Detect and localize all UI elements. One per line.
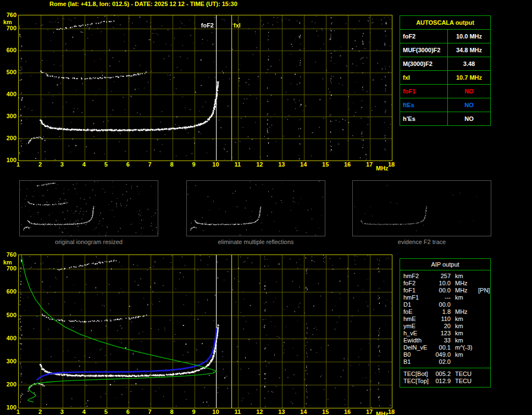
x-axis-tick-label: 12 [254, 408, 265, 415]
thumbnail-f2-trace-evidence [352, 180, 491, 236]
aip-row-label: foF1 [403, 287, 434, 294]
y-axis-tick-label: 600 [2, 288, 16, 295]
aip-row-label: D1 [403, 301, 434, 308]
aip-row-note [478, 316, 488, 323]
page-title: Rome (lat: +41.8, lon: 012.5) - DATE: 20… [49, 1, 237, 7]
autoscala-row-label: foF2 [400, 30, 447, 43]
aip-row-note [478, 323, 488, 330]
aip-row: hmE110km [403, 316, 488, 323]
aip-row-label: hmF1 [403, 294, 434, 301]
aip-row-note [478, 308, 488, 316]
y-axis-unit-label: km [3, 259, 12, 265]
aip-row-val: 00.1 [434, 344, 455, 351]
x-axis-tick-label: 5 [101, 408, 112, 415]
y-axis-tick-label: 760 [2, 12, 16, 18]
aip-tec-row-note [478, 370, 488, 378]
autoscala-row-value: 34.8 MHz [448, 43, 490, 57]
aip-row-note [478, 351, 488, 358]
fxI-marker-label: fxI [234, 22, 241, 29]
aip-row: foF100.0MHz[PN] [403, 287, 488, 294]
x-axis-tick-label: 11 [232, 161, 243, 168]
aip-row-note [478, 330, 488, 337]
x-axis-tick-label: 6 [123, 408, 134, 415]
aip-row-val: --- [434, 294, 455, 301]
thumbnail-caption-2: eliminate multiple reflections [186, 239, 325, 245]
autoscala-row-label: M(3000)F2 [400, 57, 447, 70]
aip-row: hmF2257km [403, 273, 488, 280]
aip-row-label: hmF2 [403, 273, 434, 280]
x-axis-tick-label: 14 [298, 408, 309, 415]
aip-row-label: ymE [403, 323, 434, 330]
aip-row: hmF1---km [403, 294, 488, 301]
aip-row: h_vE123km [403, 330, 488, 337]
autoscala-row-value: 10.7 MHz [448, 71, 490, 84]
aip-row-label: B0 [403, 351, 434, 358]
aip-row-note [478, 301, 488, 308]
aip-row-label: B1 [403, 358, 434, 366]
x-axis-tick-label: 13 [276, 408, 287, 415]
y-axis-tick-label: 200 [2, 135, 16, 141]
y-axis-tick-label: 200 [2, 381, 16, 388]
aip-row-val: 110 [434, 316, 455, 323]
autoscala-row-label: h'Es [400, 112, 447, 125]
x-axis-tick-label: 9 [189, 161, 199, 168]
x-axis-tick-label: 2 [35, 161, 46, 168]
y-axis-tick-label: 700 [2, 25, 16, 31]
foF2-marker-label: foF2 [194, 22, 214, 29]
x-axis-tick-label: 3 [57, 408, 68, 415]
aip-row-val: 33 [434, 337, 455, 344]
x-axis-tick-label: 3 [57, 161, 68, 168]
aip-row: foF210.0MHz [403, 280, 488, 287]
y-axis-tick-label: 700 [2, 265, 16, 272]
x-axis-tick-label: 4 [79, 408, 90, 415]
aip-row: D100.0 [403, 301, 488, 308]
aip-row-val: 02.0 [434, 358, 455, 366]
top-ionogram-plot [18, 15, 392, 161]
aip-row-unit: MHz [455, 280, 478, 287]
aip-row-note: [PN] [478, 287, 491, 294]
aip-row-label: foE [403, 308, 434, 316]
x-axis-tick-label: 16 [342, 161, 353, 168]
aip-tec-separator [400, 368, 490, 368]
x-axis-tick-label: 15 [320, 161, 331, 168]
aip-row: B0049.0km [403, 351, 488, 358]
aip-row: DelN_vE00.1m^(-3) [403, 344, 488, 351]
autoscala-row-label: foF1 [400, 85, 447, 98]
x-axis-tick-label: 16 [342, 408, 353, 415]
x-axis-tick-label: 17 [364, 161, 375, 168]
y-axis-tick-label: 500 [2, 69, 16, 75]
x-axis-tick-label: 7 [145, 161, 156, 168]
x-axis-tick-label: 7 [145, 408, 156, 415]
y-axis-tick-label: 300 [2, 358, 16, 364]
aip-row-label: h_vE [403, 330, 434, 337]
aip-row-note [478, 344, 488, 351]
thumbnail-multiple-reflections-removed [186, 180, 325, 236]
x-axis-tick-label: 8 [167, 161, 178, 168]
aip-row-note [478, 294, 488, 301]
x-axis-tick-label: 13 [276, 161, 287, 168]
x-axis-tick-label: 1 [13, 408, 24, 415]
aip-row: ymE20km [403, 323, 488, 330]
x-axis-tick-label: 11 [232, 408, 243, 415]
y-axis-tick-label: 760 [2, 251, 16, 258]
aip-row-unit: MHz [455, 308, 478, 316]
aip-row-unit: MHz [455, 287, 478, 294]
x-axis-tick-label: 1 [13, 161, 24, 168]
aip-row: foE1.8MHz [403, 308, 488, 316]
autoscala-row-value: 10.0 MHz [448, 30, 490, 43]
aip-row-note [478, 358, 488, 366]
thumbnail-caption-3: evidence F2 trace [352, 239, 491, 245]
aip-tec-row-label: TEC[Top] [403, 378, 434, 385]
aip-row-unit [455, 358, 478, 366]
aip-row: B102.0 [403, 358, 488, 366]
autoscala-row-value: NO [448, 85, 490, 98]
aip-tec-row-note [478, 378, 488, 385]
aip-row: Ewidth33km [403, 337, 488, 344]
x-axis-tick-label: 14 [298, 161, 309, 168]
y-axis-tick-label: 300 [2, 113, 16, 119]
thumbnail-original-ionogram [19, 180, 158, 236]
aip-tec-row: TEC[Top]012.9TECU [403, 378, 488, 385]
aip-row-unit: km [455, 316, 478, 323]
aip-row-val: 123 [434, 330, 455, 337]
aip-tec-row-unit: TECU [455, 370, 478, 378]
